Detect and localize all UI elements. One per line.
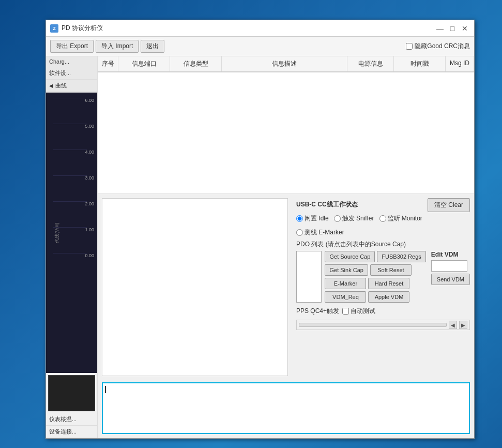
import-button[interactable]: 导入 Import: [96, 40, 139, 53]
fusb302-regs-btn[interactable]: FUSB302 Regs: [377, 251, 425, 262]
sidebar-charge-label: Charg...: [49, 58, 69, 65]
cc-state-title: USB-C CC线工作状态: [296, 200, 358, 209]
mode-emarker-text: 测线 E-Marker: [305, 228, 344, 237]
mode-idle-text: 闲置 Idle: [305, 214, 329, 223]
scroll-left-arrow[interactable]: ◀: [449, 321, 457, 329]
chart-y-3: 3.00: [85, 175, 94, 181]
chart-y-4: 4.00: [85, 150, 94, 155]
pdo-btn-row-2: Get Sink Cap Soft Reset: [325, 264, 425, 276]
vdm-req-btn[interactable]: VDM_Req: [325, 291, 366, 303]
get-sink-cap-btn[interactable]: Get Sink Cap: [325, 264, 368, 276]
grid-line-1: [53, 98, 87, 98]
scroll-right-arrow[interactable]: ▶: [459, 321, 467, 329]
grid-line-2: [53, 124, 87, 124]
get-source-cap-btn[interactable]: Get Source Cap: [325, 251, 375, 262]
col-header-desc: 信息描述: [222, 56, 347, 71]
pdo-btn-row-3: E-Marker Hard Reset: [325, 278, 425, 289]
mode-monitor-label[interactable]: 监听 Monitor: [379, 214, 422, 223]
minimize-button[interactable]: —: [435, 23, 445, 34]
text-output-area[interactable]: [102, 382, 470, 434]
auto-test-text: 自动测试: [351, 307, 375, 316]
table-header: 序号 信息端口 信息类型 信息描述 电源信息 时间戳 Msg ID: [98, 56, 474, 72]
apple-vdm-btn[interactable]: Apple VDM: [368, 291, 409, 303]
table-body[interactable]: [98, 72, 474, 194]
main-window: Z PD 协议分析仪 — □ ✕ 导出 Export 导入 Import 退出 …: [45, 20, 475, 439]
instrument-button[interactable]: 仪表核温...: [46, 413, 97, 426]
pdo-content: Get Source Cap FUSB302 Regs Get Sink Cap…: [296, 251, 426, 303]
mode-emarker-radio[interactable]: [296, 229, 303, 236]
grid-line-6: [53, 227, 87, 228]
pps-section: PPS QC4+触发 自动测试: [296, 306, 470, 317]
sidebar-top: Charg... 软件设... ◀ 曲线: [46, 56, 97, 93]
mode-radio-group: 闲置 Idle 触发 Sniffer 监听 Monitor: [296, 214, 470, 237]
maximize-button[interactable]: □: [447, 23, 458, 34]
device-connect-button[interactable]: 设备连接...: [46, 426, 97, 438]
waveform-image-area: [102, 198, 288, 376]
auto-test-checkbox[interactable]: [342, 308, 349, 315]
edit-vdm-section: Edit VDM Send VDM: [431, 251, 470, 285]
pps-label: PPS QC4+触发: [296, 307, 339, 316]
left-sidebar: Charg... 软件设... ◀ 曲线 6.00 5.00 4.00 3.00…: [46, 56, 98, 438]
mode-idle-label[interactable]: 闲置 Idle: [296, 214, 329, 223]
grid-line-4: [53, 175, 87, 176]
export-button[interactable]: 导出 Export: [50, 40, 94, 53]
app-icon: Z: [50, 24, 58, 33]
content-area: Charg... 软件设... ◀ 曲线 6.00 5.00 4.00 3.00…: [46, 56, 474, 438]
bottom-panel: USB-C CC线工作状态 清空 Clear 闲置 Idle: [98, 194, 474, 438]
chart-y-0: 0.00: [85, 253, 94, 258]
chart-y-5: 5.00: [85, 124, 94, 129]
sidebar-charge-item[interactable]: Charg...: [46, 56, 97, 67]
hard-reset-btn[interactable]: Hard Reset: [368, 278, 409, 289]
chart-y-title: 代线(Volt): [54, 222, 60, 243]
window-controls: — □ ✕: [435, 23, 470, 34]
control-area: USB-C CC线工作状态 清空 Clear 闲置 Idle: [292, 194, 474, 380]
mode-idle-radio[interactable]: [296, 215, 303, 222]
sidebar-software-item[interactable]: 软件设...: [46, 67, 97, 80]
col-header-seq: 序号: [98, 56, 118, 71]
grid-line-5: [53, 201, 87, 202]
send-vdm-button[interactable]: Send VDM: [431, 274, 470, 285]
edit-vdm-input[interactable]: [431, 260, 467, 272]
pdo-title: PDO 列表 (请点击列表中的Source Cap): [296, 240, 470, 249]
sidebar-software-label: 软件设...: [49, 70, 71, 76]
hide-crc-checkbox-label[interactable]: 隐藏Good CRC消息: [406, 42, 470, 51]
bottom-main: USB-C CC线工作状态 清空 Clear 闲置 Idle: [98, 194, 474, 380]
chart-y-6: 6.00: [85, 98, 94, 103]
mode-sniffer-radio[interactable]: [334, 215, 341, 222]
mode-monitor-radio[interactable]: [379, 215, 386, 222]
mode-monitor-text: 监听 Monitor: [388, 214, 422, 223]
window-title: PD 协议分析仪: [62, 24, 435, 33]
cc-status-row: USB-C CC线工作状态 清空 Clear: [296, 198, 470, 212]
mode-emarker-label[interactable]: 测线 E-Marker: [296, 228, 344, 237]
pdo-controls-row: Get Source Cap FUSB302 Regs Get Sink Cap…: [296, 251, 470, 303]
col-header-type: 信息类型: [170, 56, 222, 71]
right-panel: 序号 信息端口 信息类型 信息描述 电源信息 时间戳 Msg ID: [98, 56, 474, 438]
exit-button[interactable]: 退出: [141, 40, 164, 53]
scrollbar-area: ◀ ▶: [296, 320, 470, 330]
grid-line-7: [53, 253, 87, 253]
scroll-track[interactable]: [299, 323, 447, 327]
pdo-btn-row-4: VDM_Req Apple VDM: [325, 291, 425, 303]
close-button[interactable]: ✕: [460, 23, 470, 34]
hide-crc-checkbox[interactable]: [406, 43, 413, 50]
pdo-list[interactable]: [296, 251, 322, 303]
soft-reset-btn[interactable]: Soft Reset: [370, 264, 412, 276]
hide-crc-label: 隐藏Good CRC消息: [415, 42, 470, 51]
edit-vdm-label: Edit VDM: [431, 251, 470, 258]
pdo-btn-row-1: Get Source Cap FUSB302 Regs: [325, 251, 425, 262]
pdo-list-area: Get Source Cap FUSB302 Regs Get Sink Cap…: [296, 251, 426, 303]
grid-line-3: [53, 150, 87, 150]
sidebar-curve-item[interactable]: ◀ 曲线: [46, 80, 97, 92]
e-marker-btn[interactable]: E-Marker: [325, 278, 366, 289]
small-image: [48, 375, 95, 411]
auto-test-label[interactable]: 自动测试: [342, 307, 375, 316]
chart-y-2: 2.00: [85, 201, 94, 206]
col-header-time: 时间戳: [394, 56, 446, 71]
col-header-msg: Msg ID: [446, 56, 474, 71]
mini-chart: 6.00 5.00 4.00 3.00 2.00 1.00 0.00 代线(Vo…: [46, 93, 97, 373]
text-cursor: [105, 386, 106, 393]
clear-button[interactable]: 清空 Clear: [428, 198, 470, 212]
mode-sniffer-label[interactable]: 触发 Sniffer: [334, 214, 374, 223]
cc-state-section: USB-C CC线工作状态 清空 Clear 闲置 Idle: [296, 198, 470, 237]
title-bar: Z PD 协议分析仪 — □ ✕: [46, 20, 474, 37]
